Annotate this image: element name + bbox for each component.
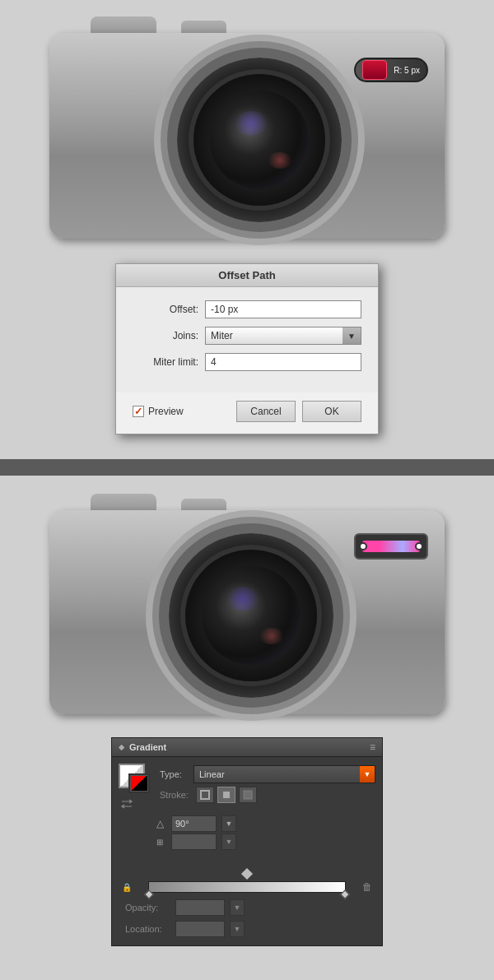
angle-icon: △ — [153, 817, 166, 830]
svg-rect-2 — [244, 791, 252, 799]
location-input[interactable] — [175, 921, 225, 937]
preview-label: Preview — [148, 406, 184, 417]
checkbox-box[interactable]: ✓ — [133, 406, 144, 417]
gradient-indicator — [354, 533, 428, 560]
lens-inner2-top — [210, 91, 309, 189]
gradient-bar-track[interactable] — [148, 881, 346, 893]
ok-label: OK — [324, 406, 338, 417]
type-dropdown-arrow-icon[interactable]: ▼ — [360, 766, 375, 783]
camera-body-bottom — [49, 510, 445, 714]
stroke-btn-3[interactable] — [239, 787, 257, 803]
gradient-panel-title-container: ◆ Gradient — [119, 742, 166, 752]
top-section: R: 5 px Offset Path Offset: — [0, 0, 494, 459]
offset-input[interactable] — [205, 300, 361, 318]
joins-select[interactable]: Miter ▼ — [205, 327, 361, 345]
angle-input[interactable]: 90° — [171, 815, 217, 832]
type-label: Type: — [160, 769, 189, 779]
radius-indicator: R: 5 px — [354, 58, 428, 82]
gradient-bar-indicator — [362, 541, 420, 552]
aspect-dropdown-arrow[interactable]: ▼ — [221, 834, 236, 850]
offset-row: Offset: — [133, 300, 361, 318]
ok-button[interactable]: OK — [302, 401, 361, 422]
lens-shine2-top — [268, 152, 292, 169]
gradient-node-left[interactable] — [359, 542, 367, 550]
dialog-titlebar: Offset Path — [116, 264, 378, 287]
svg-rect-1 — [223, 792, 230, 798]
angle-value: 90° — [175, 819, 189, 829]
camera-body-top: R: 5 px — [49, 33, 445, 239]
stroke-label: Stroke: — [160, 790, 193, 800]
gradient-panel-body: Type: Linear ▼ Stroke: — [112, 757, 382, 945]
gradient-node-right[interactable] — [415, 542, 423, 550]
opacity-dropdown-arrow[interactable]: ▼ — [230, 899, 245, 916]
stroke-btn-1[interactable] — [196, 787, 214, 803]
panel-title-diamond-icon: ◆ — [119, 743, 124, 751]
gradient-panel-title: Gradient — [129, 742, 166, 752]
joins-value: Miter — [211, 330, 233, 341]
aspect-input[interactable] — [171, 834, 217, 850]
gradient-lock-left-icon: 🔒 — [122, 883, 132, 892]
preview-checkbox[interactable]: ✓ Preview — [133, 406, 230, 417]
lens-inner1-bottom — [185, 550, 317, 681]
offset-label: Offset: — [133, 304, 198, 315]
gradient-panel-titlebar: ◆ Gradient ≡ — [112, 738, 382, 757]
svg-rect-0 — [201, 791, 209, 799]
camera-bottom — [41, 492, 453, 722]
cancel-button[interactable]: Cancel — [236, 401, 296, 422]
offset-path-dialog: Offset Path Offset: Joins: Miter ▼ Miter… — [115, 263, 379, 434]
location-label: Location: — [125, 924, 170, 934]
swap-icon[interactable] — [119, 797, 135, 810]
opacity-row: Opacity: ▼ — [119, 898, 375, 917]
lens-inner2-bottom — [202, 566, 301, 665]
swatch-overlay[interactable] — [128, 773, 150, 793]
location-row: Location: ▼ — [119, 919, 375, 939]
gradient-panel: ◆ Gradient ≡ — [111, 737, 383, 946]
opacity-label: Opacity: — [125, 903, 170, 913]
cancel-label: Cancel — [250, 406, 281, 417]
lens-shine-bottom — [226, 587, 259, 611]
camera-top: R: 5 px — [41, 16, 453, 247]
section-divider — [0, 459, 494, 476]
checkbox-check-icon: ✓ — [134, 406, 142, 417]
gradient-bar-section: 🔒 🗑 — [119, 858, 375, 894]
joins-dropdown-arrow[interactable]: ▼ — [343, 327, 361, 344]
bottom-section: ◆ Gradient ≡ — [0, 476, 494, 946]
type-dropdown[interactable]: Linear ▼ — [193, 765, 375, 783]
dialog-body: Offset: Joins: Miter ▼ Miter limit: — [116, 287, 378, 392]
angle-row: △ 90° ▼ — [119, 815, 375, 832]
stroke-row: Stroke: — [160, 787, 375, 803]
dialog-title: Offset Path — [218, 269, 275, 281]
lens-outer-top — [177, 58, 342, 222]
angle-dropdown-arrow[interactable]: ▼ — [221, 815, 236, 832]
miter-input[interactable] — [205, 353, 361, 371]
diamond-stop-indicator[interactable] — [241, 868, 253, 880]
type-dropdown-text: Linear — [199, 769, 370, 779]
dialog-footer: ✓ Preview Cancel OK — [116, 392, 378, 434]
dialog-container: Offset Path Offset: Joins: Miter ▼ Miter… — [115, 263, 379, 434]
joins-label: Joins: — [133, 330, 198, 341]
lens-shine2-bottom — [259, 628, 284, 644]
aspect-icon: ⊞ — [153, 835, 166, 848]
miter-row: Miter limit: — [133, 353, 361, 371]
panel-menu-icon[interactable]: ≡ — [370, 741, 375, 753]
miter-label: Miter limit: — [133, 356, 198, 368]
stroke-btn-2[interactable] — [217, 787, 235, 803]
type-row: Type: Linear ▼ — [160, 765, 375, 783]
opacity-input[interactable] — [175, 899, 225, 916]
lens-outer-bottom — [169, 533, 333, 698]
swatch-area — [119, 764, 150, 810]
joins-row: Joins: Miter ▼ — [133, 327, 361, 345]
location-dropdown-arrow[interactable]: ▼ — [230, 921, 245, 937]
lens-inner1-top — [193, 74, 325, 206]
aspect-row: ⊞ ▼ — [119, 834, 375, 850]
gradient-bar-row: 🔒 🗑 — [119, 880, 375, 894]
radius-label: R: 5 px — [394, 66, 420, 75]
lens-shine-top — [235, 111, 268, 136]
gradient-delete-icon[interactable]: 🗑 — [362, 881, 372, 893]
